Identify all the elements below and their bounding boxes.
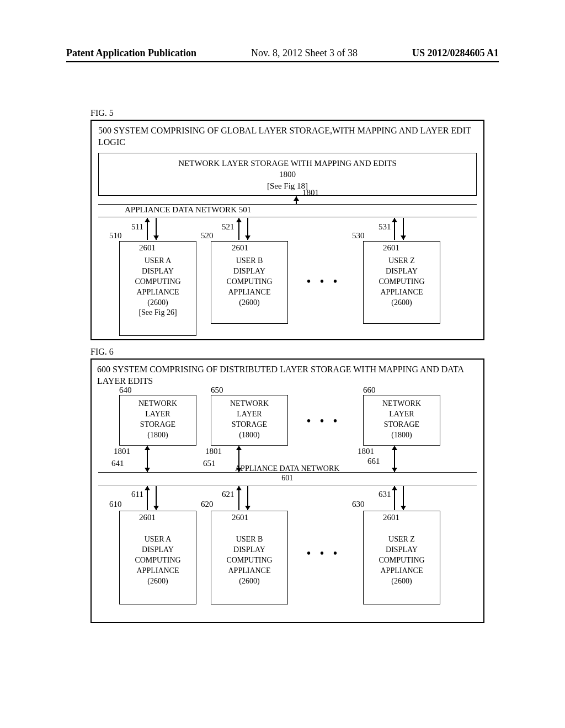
ua-l4: APPLIANCE xyxy=(121,287,195,298)
fig5-title-ref: 500 xyxy=(98,126,114,135)
ref-621: 621 xyxy=(222,490,234,499)
sb-l4: (1800) xyxy=(212,430,286,441)
fig5-network-storage-box: NETWORK LAYER STORAGE WITH MAPPING AND E… xyxy=(98,153,477,196)
ua-l3: COMPUTING xyxy=(121,277,195,287)
uz-l3: COMPUTING xyxy=(365,277,439,287)
fig5-nb-l1: NETWORK LAYER STORAGE WITH MAPPING AND E… xyxy=(99,158,476,169)
ref-611: 611 xyxy=(131,490,143,499)
fig6-title: 600 SYSTEM COMPRISING OF DISTRIBUTED LAY… xyxy=(97,364,483,387)
sz-l3: STORAGE xyxy=(365,420,439,430)
arrow-up-icon xyxy=(236,218,242,222)
uz6-l5: (2600) xyxy=(365,576,439,587)
ref-640: 640 xyxy=(119,386,132,395)
fig6-diagram: 600 SYSTEM COMPRISING OF DISTRIBUTED LAY… xyxy=(90,358,484,623)
ref-520: 520 xyxy=(201,231,214,240)
arrow-down-icon xyxy=(245,235,250,240)
sb-l1: NETWORK xyxy=(212,399,286,409)
fig6-user-b-box: USER B DISPLAY COMPUTING APPLIANCE (2600… xyxy=(211,511,288,604)
ua-l5: (2600) xyxy=(121,298,195,308)
ref-661: 661 xyxy=(367,457,380,466)
ub-l4: APPLIANCE xyxy=(212,287,286,298)
fig5-user-a-box: USER A DISPLAY COMPUTING APPLIANCE (2600… xyxy=(119,241,196,336)
fig6-user-z-box: USER Z DISPLAY COMPUTING APPLIANCE (2600… xyxy=(363,511,440,604)
ref-530: 530 xyxy=(352,231,365,240)
arrow-down-icon xyxy=(153,506,159,510)
arrow-up-icon xyxy=(392,486,397,490)
ref-511: 511 xyxy=(131,222,143,232)
ua6-l1: USER A xyxy=(121,534,195,545)
header-left: Patent Application Publication xyxy=(66,47,196,59)
uz6-l3: COMPUTING xyxy=(365,555,439,566)
uz-l1: USER Z xyxy=(365,256,439,266)
sz-l1: NETWORK xyxy=(365,399,439,409)
fig5-nb-l2: 1800 xyxy=(99,169,476,180)
arrow-up-icon xyxy=(145,218,150,222)
ref-1801-b: 1801 xyxy=(205,447,222,456)
ref-620: 620 xyxy=(201,500,214,509)
sa-l1: NETWORK xyxy=(121,399,195,409)
uz6-l2: DISPLAY xyxy=(365,545,439,555)
arrow-down-icon xyxy=(392,468,397,472)
arrow-up-icon xyxy=(236,486,242,490)
fig5-user-z-box: USER Z DISPLAY COMPUTING APPLIANCE (2600… xyxy=(363,241,440,324)
ua-l6: [See Fig 26] xyxy=(121,308,195,318)
fig6-title-text: SYSTEM COMPRISING OF DISTRIBUTED LAYER S… xyxy=(97,365,463,386)
header-right: US 2012/0284605 A1 xyxy=(412,47,499,59)
ref-610: 610 xyxy=(109,500,122,509)
uz-l5: (2600) xyxy=(365,298,439,308)
ub6-l5: (2600) xyxy=(212,576,286,587)
uz-l2: DISPLAY xyxy=(365,266,439,277)
ua-l2: DISPLAY xyxy=(121,266,195,277)
arrow-down-icon xyxy=(145,468,150,472)
ua6-l4: APPLIANCE xyxy=(121,566,195,576)
fig6-storage-a: NETWORK LAYER STORAGE (1800) xyxy=(119,395,196,446)
uz6-l1: USER Z xyxy=(365,534,439,545)
fig5-title: 500 SYSTEM COMPRISING OF GLOBAL LAYER ST… xyxy=(98,125,483,148)
arrow-up-icon xyxy=(392,218,397,222)
arrow-up-icon xyxy=(236,446,242,450)
ua6-l5: (2600) xyxy=(121,576,195,587)
ref-531: 531 xyxy=(379,222,391,232)
ellipsis-icon: • • • xyxy=(307,415,340,427)
ua-l1: USER A xyxy=(121,256,195,266)
fig6-user-a-box: USER A DISPLAY COMPUTING APPLIANCE (2600… xyxy=(119,511,196,604)
arrow-down-icon xyxy=(153,235,159,240)
sz-l2: LAYER xyxy=(365,409,439,420)
ref-1801-a: 1801 xyxy=(114,447,130,456)
ellipsis-icon: • • • xyxy=(307,547,340,560)
ub-l5: (2600) xyxy=(212,298,286,308)
ub6-l1: USER B xyxy=(212,534,286,545)
ref-660: 660 xyxy=(363,386,376,395)
ref-631: 631 xyxy=(379,490,391,499)
arrow-up-icon xyxy=(145,446,150,450)
ref-651: 651 xyxy=(203,459,216,468)
header-center: Nov. 8, 2012 Sheet 3 of 38 xyxy=(251,47,358,59)
ua6-l3: COMPUTING xyxy=(121,555,195,566)
ub6-l4: APPLIANCE xyxy=(212,566,286,576)
fig5-user-b-box: USER B DISPLAY COMPUTING APPLIANCE (2600… xyxy=(211,241,288,324)
fig5-appliance-network-label: APPLIANCE DATA NETWORK 501 xyxy=(125,205,251,215)
arrow-down-icon xyxy=(245,506,250,510)
ub-l3: COMPUTING xyxy=(212,277,286,287)
fig5-nb-l3: [See Fig 18] xyxy=(99,180,476,191)
page-header: Patent Application Publication Nov. 8, 2… xyxy=(66,47,499,62)
uz6-l4: APPLIANCE xyxy=(365,566,439,576)
ub-l1: USER B xyxy=(212,256,286,266)
sb-l3: STORAGE xyxy=(212,420,286,430)
arrow-up-icon xyxy=(145,486,150,490)
fig6-title-ref: 600 xyxy=(97,365,113,374)
fig6-storage-z: NETWORK LAYER STORAGE (1800) xyxy=(363,395,440,446)
fig5-diagram: 500 SYSTEM COMPRISING OF GLOBAL LAYER ST… xyxy=(90,120,484,340)
fig5-ref-1801: 1801 xyxy=(302,188,319,197)
ub-l2: DISPLAY xyxy=(212,266,286,277)
sa-l3: STORAGE xyxy=(121,420,195,430)
ellipsis-icon: • • • xyxy=(307,275,340,288)
fig6-appliance-network-label: APPLIANCE DATA NETWORK 601 xyxy=(235,464,339,483)
sz-l4: (1800) xyxy=(365,430,439,441)
arrow-down-icon xyxy=(401,506,406,510)
ref-630: 630 xyxy=(352,500,365,509)
arrow-up-icon xyxy=(294,196,299,201)
ua6-l2: DISPLAY xyxy=(121,545,195,555)
ref-1801-z: 1801 xyxy=(358,447,374,456)
sb-l2: LAYER xyxy=(212,409,286,420)
